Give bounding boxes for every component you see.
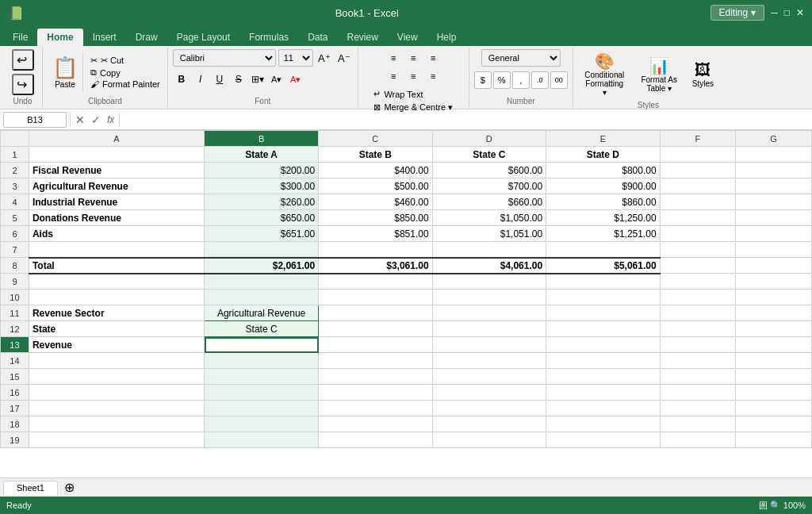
table-cell[interactable] [660, 290, 736, 305]
wrap-text-button[interactable]: ↵ Wrap Text [370, 87, 456, 101]
table-cell[interactable]: State [29, 321, 204, 337]
table-cell[interactable] [660, 321, 736, 337]
table-cell[interactable] [546, 305, 661, 321]
table-cell[interactable]: State B [319, 147, 433, 163]
row-header-13[interactable]: 13 [1, 337, 29, 353]
table-cell[interactable]: Donations Revenue [29, 210, 204, 226]
tab-formulas[interactable]: Formulas [239, 29, 298, 46]
decrease-decimal-button[interactable]: 00 [550, 71, 568, 89]
currency-button[interactable]: $ [474, 71, 492, 89]
table-cell[interactable] [736, 242, 812, 258]
table-cell[interactable] [546, 337, 661, 353]
redo-button[interactable]: ↪ [12, 74, 34, 95]
close-icon[interactable]: ✕ [796, 7, 804, 18]
table-cell[interactable] [660, 401, 736, 416]
table-cell[interactable] [319, 416, 433, 432]
table-cell[interactable] [546, 353, 661, 369]
table-cell[interactable] [205, 290, 319, 305]
table-cell[interactable] [29, 242, 204, 258]
table-cell[interactable] [29, 147, 204, 163]
paste-button[interactable]: 📋 Paste [48, 52, 83, 92]
table-cell[interactable] [319, 321, 433, 337]
borders-button[interactable]: ⊞▾ [249, 71, 266, 88]
minimize-icon[interactable]: ─ [771, 7, 778, 18]
table-cell[interactable] [660, 258, 736, 274]
table-cell[interactable] [736, 385, 812, 401]
table-cell[interactable] [205, 274, 319, 290]
table-cell[interactable]: $1,051.00 [432, 226, 546, 242]
table-cell[interactable]: $200.00 [205, 163, 319, 178]
col-header-c[interactable]: C [319, 131, 433, 147]
format-painter-button[interactable]: 🖌 Format Painter [88, 79, 163, 90]
table-cell[interactable]: State C [205, 321, 319, 337]
undo-button[interactable]: ↩ [12, 49, 34, 71]
table-cell[interactable] [660, 147, 736, 163]
table-cell[interactable] [660, 416, 736, 432]
conditional-formatting-button[interactable]: 🎨 Conditional Formatting ▾ [578, 49, 631, 99]
table-cell[interactable] [432, 290, 546, 305]
row-header-6[interactable]: 6 [1, 226, 29, 242]
table-cell[interactable] [319, 432, 433, 448]
tab-review[interactable]: Review [337, 29, 387, 46]
table-cell[interactable]: $3,061.00 [319, 258, 433, 274]
row-header-8[interactable]: 8 [1, 258, 29, 274]
tab-help[interactable]: Help [427, 29, 466, 46]
tab-file[interactable]: File [3, 29, 37, 46]
tab-draw[interactable]: Draw [126, 29, 167, 46]
row-header-10[interactable]: 10 [1, 290, 29, 305]
table-cell[interactable] [432, 321, 546, 337]
table-cell[interactable]: $400.00 [319, 163, 433, 178]
table-cell[interactable] [736, 353, 812, 369]
tab-view[interactable]: View [388, 29, 427, 46]
table-cell[interactable] [205, 385, 319, 401]
table-cell[interactable]: $5,061.00 [546, 258, 661, 274]
table-cell[interactable] [432, 385, 546, 401]
table-cell[interactable]: Fiscal Revenue [29, 163, 204, 178]
table-cell[interactable] [205, 432, 319, 448]
col-header-g[interactable]: G [736, 131, 812, 147]
add-sheet-button[interactable]: ⊕ [64, 480, 75, 495]
table-cell[interactable] [660, 163, 736, 178]
table-cell[interactable] [29, 401, 204, 416]
table-cell[interactable]: $800.00 [546, 163, 661, 178]
table-cell[interactable] [546, 274, 661, 290]
table-cell[interactable] [660, 337, 736, 353]
table-cell[interactable] [29, 290, 204, 305]
copy-button[interactable]: ⧉ Copy [88, 67, 163, 79]
table-cell[interactable]: State D [546, 147, 661, 163]
cell-styles-button[interactable]: 🖼 Styles [688, 59, 718, 90]
row-header-14[interactable]: 14 [1, 353, 29, 369]
fill-color-button[interactable]: A▾ [268, 71, 285, 88]
table-cell[interactable] [319, 290, 433, 305]
table-cell[interactable] [660, 178, 736, 194]
col-header-b[interactable]: B [205, 131, 319, 147]
table-cell[interactable]: $4,061.00 [432, 258, 546, 274]
table-cell[interactable] [736, 369, 812, 385]
table-cell[interactable]: Revenue [29, 337, 204, 353]
table-cell[interactable] [432, 432, 546, 448]
tab-page-layout[interactable]: Page Layout [167, 29, 239, 46]
table-cell[interactable] [736, 210, 812, 226]
cell-reference-input[interactable] [3, 112, 67, 128]
table-cell[interactable] [660, 226, 736, 242]
editing-button[interactable]: Editing ▾ [710, 5, 765, 21]
table-cell[interactable]: $1,251.00 [546, 226, 661, 242]
table-cell[interactable] [546, 432, 661, 448]
table-cell[interactable] [432, 337, 546, 353]
table-cell[interactable] [736, 194, 812, 210]
table-cell[interactable] [546, 385, 661, 401]
table-cell[interactable] [660, 353, 736, 369]
maximize-icon[interactable]: □ [784, 7, 790, 18]
table-cell[interactable]: Industrial Revenue [29, 194, 204, 210]
table-cell[interactable] [29, 385, 204, 401]
table-cell[interactable] [736, 147, 812, 163]
table-cell[interactable] [319, 242, 433, 258]
table-cell[interactable] [546, 290, 661, 305]
table-cell[interactable] [205, 401, 319, 416]
table-cell[interactable]: $650.00 [205, 210, 319, 226]
table-cell[interactable] [660, 194, 736, 210]
sheet-tab-sheet1[interactable]: Sheet1 [3, 481, 58, 495]
format-as-table-button[interactable]: 📊 Format As Table ▾ [633, 54, 686, 95]
table-cell[interactable] [319, 274, 433, 290]
table-cell[interactable]: $1,250.00 [546, 210, 661, 226]
